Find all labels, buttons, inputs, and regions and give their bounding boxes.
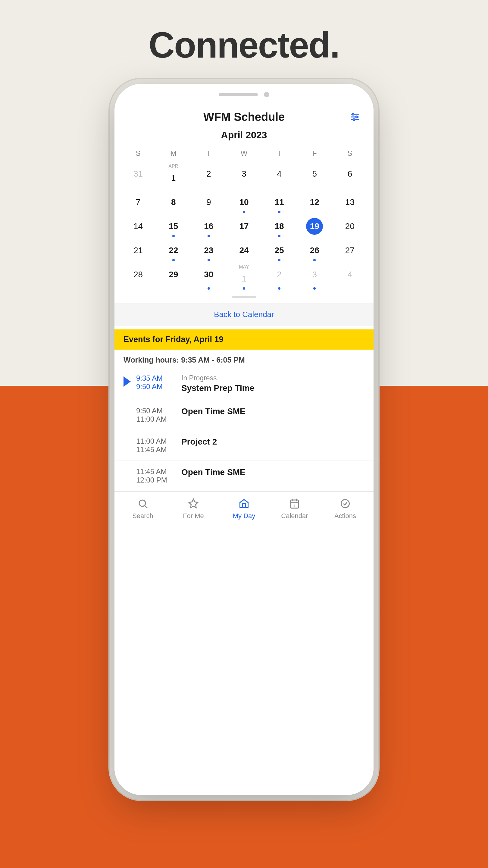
- day-cell[interactable]: 15: [156, 215, 191, 239]
- day-number[interactable]: 23: [200, 242, 217, 259]
- nav-item-forme[interactable]: For Me: [175, 497, 212, 520]
- day-number[interactable]: 24: [235, 242, 253, 259]
- day-number[interactable]: 12: [306, 194, 323, 211]
- back-to-calendar-link[interactable]: Back to Calendar: [214, 310, 274, 319]
- day-cell[interactable]: 11: [262, 191, 297, 215]
- day-number[interactable]: 4: [271, 165, 288, 182]
- day-cell[interactable]: APR1: [156, 162, 191, 191]
- day-cell[interactable]: 20: [332, 215, 367, 239]
- day-cell[interactable]: 3: [297, 263, 332, 291]
- event-dot: [207, 259, 210, 261]
- svg-point-3: [352, 113, 354, 115]
- event-time-block: 9:50 AM11:00 AM: [136, 407, 175, 424]
- day-number[interactable]: 7: [130, 194, 147, 211]
- day-number[interactable]: 3: [235, 165, 253, 182]
- day-number[interactable]: 17: [235, 218, 253, 235]
- back-to-calendar[interactable]: Back to Calendar: [115, 303, 373, 326]
- day-cell[interactable]: 22: [156, 239, 191, 263]
- phone-screen: WFM Schedule April 2023: [115, 102, 373, 795]
- day-number[interactable]: 8: [165, 194, 182, 211]
- day-cell[interactable]: 21: [121, 239, 156, 263]
- day-cell[interactable]: 14: [121, 215, 156, 239]
- day-cell[interactable]: 25: [262, 239, 297, 263]
- day-cell[interactable]: 30: [191, 263, 226, 291]
- day-cell[interactable]: 17: [226, 215, 261, 239]
- day-cell[interactable]: 5: [297, 162, 332, 191]
- day-number[interactable]: 18: [271, 218, 288, 235]
- day-number[interactable]: 19: [306, 218, 323, 235]
- day-number[interactable]: 2: [271, 266, 288, 283]
- nav-item-calendar[interactable]: 1 Calendar: [276, 497, 313, 520]
- check-circle-icon: [338, 497, 352, 510]
- day-cell[interactable]: 7: [121, 191, 156, 215]
- day-cell[interactable]: 31: [121, 162, 156, 191]
- event-name: Project 2: [181, 437, 364, 447]
- day-cell[interactable]: 26: [297, 239, 332, 263]
- day-cell[interactable]: MAY1: [226, 263, 261, 291]
- event-details: Open Time SME: [181, 467, 364, 477]
- day-number[interactable]: 10: [235, 194, 253, 211]
- day-number[interactable]: 4: [341, 266, 358, 283]
- event-time-block: 11:00 AM11:45 AM: [136, 437, 175, 454]
- day-cell[interactable]: 4: [332, 263, 367, 291]
- filter-button[interactable]: [348, 110, 361, 124]
- day-number[interactable]: 21: [130, 242, 147, 259]
- event-item[interactable]: 9:35 AM9:50 AMIn ProgressSystem Prep Tim…: [115, 367, 373, 400]
- day-cell[interactable]: 12: [297, 191, 332, 215]
- day-cell[interactable]: 8: [156, 191, 191, 215]
- day-cell[interactable]: 16: [191, 215, 226, 239]
- day-number[interactable]: 2: [200, 165, 217, 182]
- day-number[interactable]: 1: [235, 270, 253, 287]
- day-number[interactable]: 3: [306, 266, 323, 283]
- day-cell[interactable]: 10: [226, 191, 261, 215]
- day-cell[interactable]: 9: [191, 191, 226, 215]
- day-number[interactable]: 16: [200, 218, 217, 235]
- day-number[interactable]: 31: [130, 165, 147, 182]
- day-number[interactable]: 20: [341, 218, 358, 235]
- day-cell[interactable]: 18: [262, 215, 297, 239]
- day-number[interactable]: 29: [165, 266, 182, 283]
- event-item[interactable]: 11:00 AM11:45 AMProject 2: [115, 430, 373, 461]
- day-cell[interactable]: 23: [191, 239, 226, 263]
- day-number[interactable]: 6: [341, 165, 358, 182]
- event-dot: [313, 287, 316, 290]
- day-cell[interactable]: 29: [156, 263, 191, 291]
- day-cell[interactable]: 19: [297, 215, 332, 239]
- calendar-weekdays: S M T W T F S: [121, 147, 367, 160]
- day-cell[interactable]: 27: [332, 239, 367, 263]
- day-number[interactable]: 1: [165, 170, 182, 187]
- calendar-divider: [232, 296, 256, 298]
- working-hours: Working hours: 9:35 AM - 6:05 PM: [115, 350, 373, 367]
- nav-item-search[interactable]: Search: [125, 497, 161, 520]
- day-cell[interactable]: 24: [226, 239, 261, 263]
- day-cell[interactable]: 2: [191, 162, 226, 191]
- day-number[interactable]: 15: [165, 218, 182, 235]
- day-number[interactable]: 26: [306, 242, 323, 259]
- day-number[interactable]: 25: [271, 242, 288, 259]
- day-cell[interactable]: 4: [262, 162, 297, 191]
- day-cell[interactable]: 3: [226, 162, 261, 191]
- day-number[interactable]: 14: [130, 218, 147, 235]
- event-status: In Progress: [181, 374, 364, 382]
- day-number[interactable]: 13: [341, 194, 358, 211]
- nav-label-actions: Actions: [334, 512, 356, 520]
- event-item[interactable]: 9:50 AM11:00 AMOpen Time SME: [115, 400, 373, 430]
- day-cell[interactable]: 28: [121, 263, 156, 291]
- nav-item-myday[interactable]: My Day: [226, 497, 262, 520]
- notch-pill: [219, 93, 258, 96]
- play-icon: [124, 376, 132, 387]
- day-number[interactable]: 5: [306, 165, 323, 182]
- day-cell[interactable]: 2: [262, 263, 297, 291]
- day-number[interactable]: 22: [165, 242, 182, 259]
- day-cell[interactable]: 6: [332, 162, 367, 191]
- day-number[interactable]: 28: [130, 266, 147, 283]
- page-headline: Connected.: [149, 24, 339, 66]
- event-item[interactable]: 11:45 AM12:00 PMOpen Time SME: [115, 461, 373, 491]
- day-number[interactable]: 9: [200, 194, 217, 211]
- day-number[interactable]: 30: [200, 266, 217, 283]
- phone-notch: [115, 84, 373, 102]
- day-cell[interactable]: 13: [332, 191, 367, 215]
- nav-item-actions[interactable]: Actions: [327, 497, 363, 520]
- day-number[interactable]: 11: [271, 194, 288, 211]
- day-number[interactable]: 27: [341, 242, 358, 259]
